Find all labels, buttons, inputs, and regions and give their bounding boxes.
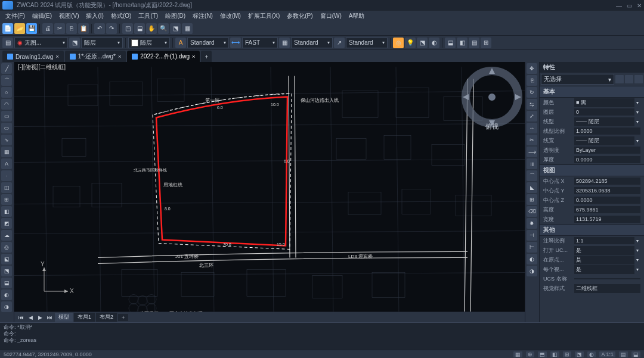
point-icon[interactable]: ·	[1, 170, 12, 181]
save-icon[interactable]: 💾	[26, 23, 37, 34]
prop-group-header[interactable]: 其他	[540, 224, 644, 236]
explode-icon[interactable]: ✸	[527, 218, 537, 229]
prop-value[interactable]: 二维线框	[574, 284, 640, 293]
dropdown-icon[interactable]: ▾	[634, 257, 640, 263]
dim-style-combo[interactable]: FAST▾	[242, 38, 278, 48]
close-tab-icon[interactable]: ×	[55, 54, 58, 60]
break-icon[interactable]: ⊣	[527, 230, 537, 241]
tool-icon[interactable]: ⬓	[134, 23, 145, 34]
status-toggle[interactable]: ◧	[550, 351, 559, 357]
tool-icon[interactable]: ◑	[527, 266, 537, 276]
menu-format[interactable]: 格式(O)	[108, 11, 134, 21]
color-combo[interactable]: 随层▾	[128, 38, 170, 48]
props-tool-icon[interactable]	[634, 75, 643, 83]
props-tool-icon[interactable]	[625, 75, 633, 83]
layout-tab-model[interactable]: 模型	[55, 313, 73, 322]
prop-group-header[interactable]: 视图	[540, 164, 644, 176]
menu-draw[interactable]: 绘图(D)	[162, 11, 188, 21]
close-tab-icon[interactable]: ×	[192, 54, 195, 60]
dropdown-icon[interactable]: ▾	[634, 238, 640, 244]
tool-icon[interactable]: ⬕	[1, 254, 12, 264]
layout-nav-last[interactable]: ⏭	[45, 315, 54, 320]
tool-icon[interactable]: ⬔	[1, 266, 12, 276]
revcloud-icon[interactable]: ☁	[1, 230, 12, 241]
extend-icon[interactable]: ⟶	[527, 147, 537, 157]
copy-icon[interactable]: ⎘	[66, 23, 77, 34]
menu-window[interactable]: 窗口(W)	[317, 11, 345, 21]
close-button[interactable]: ✕	[637, 2, 642, 9]
stretch-icon[interactable]: ↔	[527, 123, 537, 133]
wipeout-icon[interactable]: ◩	[1, 218, 12, 229]
dropdown-icon[interactable]: ▾	[634, 248, 640, 253]
cut-icon[interactable]: ✂	[54, 23, 65, 34]
mleader-style-icon[interactable]: ↗	[334, 38, 345, 48]
prop-value[interactable]: 0.0000	[574, 156, 640, 163]
scale-icon[interactable]: ⤢	[527, 111, 537, 122]
mleader-style-combo[interactable]: Standard▾	[346, 38, 388, 48]
props-tool-icon[interactable]	[615, 75, 624, 83]
polyline-icon[interactable]: ⌒	[1, 75, 12, 86]
donut-icon[interactable]: ◎	[1, 242, 12, 253]
text-icon[interactable]: A	[1, 158, 12, 169]
tool-icon[interactable]: ⬔	[170, 23, 181, 34]
offset-icon[interactable]: ⫼	[527, 158, 537, 169]
tool-icon[interactable]: ◳	[122, 23, 133, 34]
cmd-input[interactable]: 命令: _zoreas	[4, 337, 640, 344]
fillet-icon[interactable]: ⌒	[527, 170, 537, 181]
doc-tab[interactable]: Drawing1.dwg×	[2, 51, 64, 63]
redo-icon[interactable]: ↷	[106, 23, 117, 34]
erase-icon[interactable]: ⌫	[527, 206, 537, 217]
tool-icon[interactable]: ▦	[182, 23, 193, 34]
prop-value[interactable]: 0	[574, 108, 634, 116]
osnap-icon[interactable]: ⬔	[417, 38, 428, 48]
view-icon[interactable]: ⬓	[445, 38, 456, 48]
table-style-combo[interactable]: Standard▾	[291, 38, 333, 48]
minimize-button[interactable]: —	[616, 2, 622, 9]
join-icon[interactable]: ⊢	[527, 242, 537, 253]
status-toggle[interactable]: ⬔	[575, 351, 584, 357]
layer-name-combo[interactable]: 随层▾	[81, 38, 123, 48]
ellipse-icon[interactable]: ⬭	[1, 123, 12, 133]
status-toggle[interactable]: ▦	[513, 351, 522, 357]
status-toggle[interactable]: ⊕	[526, 351, 534, 357]
osnap-icon[interactable]: ◐	[429, 38, 439, 48]
prop-value[interactable]: 是	[574, 246, 634, 255]
menu-view[interactable]: 视图(V)	[56, 11, 82, 21]
table-style-icon[interactable]: ▦	[279, 38, 290, 48]
menu-tools[interactable]: 工具(T)	[135, 11, 161, 21]
print-icon[interactable]: 🖨	[42, 23, 53, 34]
osnap-icon[interactable]: 💡	[405, 38, 416, 48]
viewport-label[interactable]: [-][俯视][二维线框]	[18, 63, 66, 71]
tool-icon[interactable]: ⬓	[1, 278, 12, 288]
new-tab-button[interactable]: +	[201, 51, 212, 63]
menu-parametric[interactable]: 参数化(P)	[284, 11, 315, 21]
drawing-canvas[interactable]: [-][俯视][二维线框]	[14, 62, 525, 322]
layer-combo[interactable]: ◉ 无图...▾	[14, 38, 68, 48]
undo-icon[interactable]: ↶	[94, 23, 105, 34]
prop-value[interactable]: 是	[574, 265, 634, 274]
prop-value[interactable]: 1:1	[574, 237, 634, 244]
hatch-icon[interactable]: ▦	[1, 147, 12, 157]
doc-tab[interactable]: 1*-还原...dwg*×	[65, 51, 126, 63]
status-toggle[interactable]: ◐	[587, 351, 596, 357]
spline-icon[interactable]: ∿	[1, 135, 12, 145]
zoom-icon[interactable]: 🔍	[158, 23, 169, 34]
layout-nav-first[interactable]: ⏮	[17, 315, 25, 320]
menu-help[interactable]: A帮助	[346, 11, 368, 21]
layout-tab-add[interactable]: +	[118, 314, 128, 321]
menu-edit[interactable]: 编辑(E)	[29, 11, 55, 21]
layout-nav-prev[interactable]: ◀	[26, 315, 35, 320]
layout-tab[interactable]: 布局2	[96, 313, 117, 322]
doc-tab-active[interactable]: 2022-2...件(1).dwg×	[127, 51, 200, 63]
anno-scale[interactable]: A 1:1	[599, 351, 615, 357]
prop-value[interactable]: —— 随层	[574, 136, 634, 145]
menu-insert[interactable]: 插入(I)	[83, 11, 106, 21]
circle-icon[interactable]: ○	[1, 87, 12, 98]
maximize-button[interactable]: ▭	[627, 2, 632, 9]
dropdown-icon[interactable]: ▾	[634, 100, 640, 105]
paste-icon[interactable]: 📋	[78, 23, 89, 34]
prop-value[interactable]: ByLayer	[574, 147, 640, 154]
layout-nav-next[interactable]: ▶	[36, 315, 44, 320]
prop-value[interactable]: ■ 黑	[574, 98, 634, 107]
array-icon[interactable]: ⊞	[527, 194, 537, 205]
